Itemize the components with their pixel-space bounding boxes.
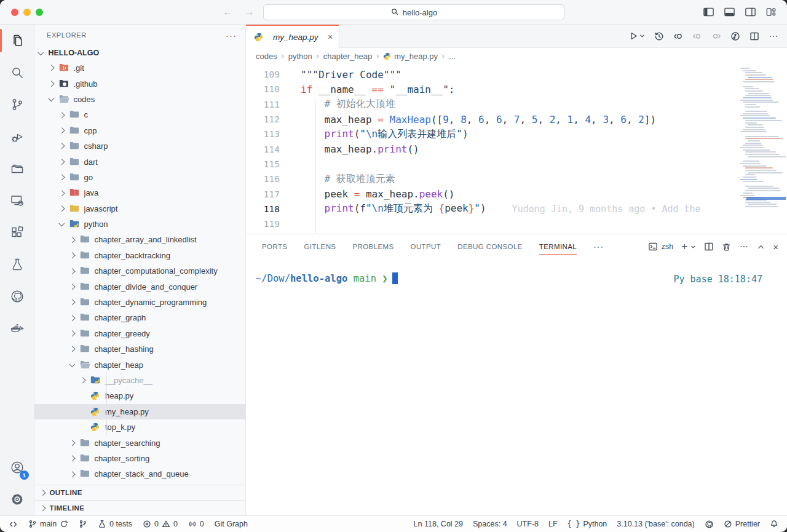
- activity-run-debug[interactable]: [0, 121, 34, 153]
- activity-explorer[interactable]: [0, 25, 34, 57]
- tree-item-chapter-sorting[interactable]: chapter_sorting: [34, 451, 245, 466]
- activity-accounts[interactable]: 1: [0, 451, 34, 483]
- tree-item-chapter-heap[interactable]: chapter_heap: [34, 357, 245, 372]
- gitlens-graph-button[interactable]: [730, 31, 740, 41]
- tree-item-chapter-stack-and-queue[interactable]: chapter_stack_and_queue: [34, 466, 245, 482]
- activity-docker[interactable]: [0, 312, 34, 344]
- split-terminal-button[interactable]: [704, 242, 714, 252]
- tree-item-chapter-hashing[interactable]: chapter_hashing: [34, 341, 245, 357]
- tree-item-java[interactable]: java: [34, 185, 245, 200]
- shell-label[interactable]: zsh: [662, 242, 673, 251]
- close-panel-button[interactable]: ×: [773, 242, 778, 252]
- status-feedback-status[interactable]: 0: [188, 520, 204, 528]
- panel-tab-problems[interactable]: PROBLEMS: [352, 234, 394, 259]
- tree-item-go[interactable]: go: [34, 170, 245, 185]
- breadcrumb-item-codes[interactable]: codes: [256, 52, 277, 61]
- tree-item-chapter-searching[interactable]: chapter_searching: [34, 435, 245, 450]
- status-language-mode[interactable]: { }Python: [568, 520, 607, 528]
- maximize-panel-button[interactable]: [757, 243, 765, 251]
- status-indentation[interactable]: Spaces: 4: [473, 520, 507, 528]
- toggle-secondary-sidebar-button[interactable]: [745, 6, 756, 18]
- new-terminal-button[interactable]: +: [681, 240, 687, 253]
- tree-item-chapter-backtracking[interactable]: chapter_backtracking: [34, 248, 245, 263]
- section-outline[interactable]: OUTLINE: [34, 485, 245, 500]
- tree-item-cpp[interactable]: cpp: [34, 123, 245, 138]
- status-git-graph-label[interactable]: Git Graph: [215, 520, 248, 528]
- tree-item-dart[interactable]: dart: [34, 154, 245, 169]
- status-cursor-position[interactable]: Ln 118, Col 29: [414, 520, 463, 528]
- code-line-116[interactable]: 116 # 获取堆顶元素: [246, 172, 733, 186]
- breadcrumb-item-my-heap-py[interactable]: my_heap.py: [383, 52, 438, 61]
- tree-item--git[interactable]: .git: [34, 60, 245, 76]
- status-tests-status[interactable]: 0 tests: [98, 520, 132, 528]
- terminal-shell-icon[interactable]: [648, 242, 658, 252]
- tree-item-chapter-array-and-linkedlist[interactable]: chapter_array_and_linkedlist: [34, 232, 245, 247]
- panel-tab-gitlens[interactable]: GITLENS: [304, 234, 336, 259]
- tree-item-chapter-computational-complexity[interactable]: chapter_computational_complexity: [34, 263, 245, 279]
- split-editor-button[interactable]: [749, 31, 759, 41]
- terminal-launch-dropdown[interactable]: [690, 244, 696, 250]
- open-changes-button[interactable]: [673, 31, 683, 41]
- panel-tab-output[interactable]: OUTPUT: [411, 234, 441, 259]
- activity-testing[interactable]: [0, 248, 34, 280]
- run-python-file-button[interactable]: [629, 31, 645, 41]
- previous-change-button[interactable]: [692, 31, 702, 41]
- status-remote-indicator[interactable]: [9, 520, 18, 529]
- panel-tab-debug-console[interactable]: DEBUG CONSOLE: [457, 234, 523, 259]
- tree-item-my-heap-py[interactable]: my_heap.py: [34, 404, 245, 419]
- panel-tab-terminal[interactable]: TERMINAL: [539, 234, 577, 259]
- status-git-graph-branch[interactable]: [79, 520, 87, 528]
- code-line-110[interactable]: 110if __name__ == "__main__":: [246, 82, 733, 97]
- status-eol[interactable]: LF: [548, 520, 558, 528]
- status-branch-status[interactable]: main: [28, 520, 68, 528]
- tree-item-chapter-graph[interactable]: chapter_graph: [34, 310, 245, 325]
- tab-my-heap-py[interactable]: my_heap.py ×: [246, 25, 339, 48]
- minimap[interactable]: [734, 64, 787, 234]
- code-line-114[interactable]: 114 max_heap.print(): [246, 141, 733, 156]
- tree-item-csharp[interactable]: csharp: [34, 138, 245, 154]
- explorer-more-actions-button[interactable]: ···: [226, 30, 237, 41]
- tree-item--pycache-[interactable]: __pycache__: [34, 373, 245, 388]
- code-line-113[interactable]: 113 print("\n输入列表并建堆后"): [246, 127, 733, 141]
- section-timeline[interactable]: TIMELINE: [34, 500, 245, 515]
- minimize-window-button[interactable]: [23, 9, 31, 16]
- panel-tabs-more-button[interactable]: ···: [593, 242, 604, 252]
- tree-item-top-k-py[interactable]: top_k.py: [34, 419, 245, 435]
- panel-tab-ports[interactable]: PORTS: [262, 234, 287, 259]
- tree-item-chapter-dynamic-programming[interactable]: chapter_dynamic_programming: [34, 295, 245, 310]
- activity-extensions[interactable]: [0, 216, 34, 248]
- file-history-button[interactable]: [654, 31, 664, 41]
- history-back-button[interactable]: ←: [223, 6, 233, 18]
- history-forward-button[interactable]: →: [244, 6, 255, 18]
- tree-item-python[interactable]: python: [34, 216, 245, 232]
- activity-remote-explorer[interactable]: [0, 185, 34, 216]
- code-line-111[interactable]: 111 # 初始化大顶堆: [246, 97, 733, 112]
- status-encoding[interactable]: UTF-8: [517, 520, 539, 528]
- activity-github[interactable]: [0, 280, 34, 312]
- kill-terminal-button[interactable]: [722, 242, 731, 252]
- close-window-button[interactable]: [11, 9, 18, 16]
- tree-item-chapter-divide-and-conquer[interactable]: chapter_divide_and_conquer: [34, 279, 245, 294]
- code-line-115[interactable]: 115: [246, 157, 733, 172]
- toggle-panel-button[interactable]: [724, 6, 735, 18]
- tree-item--github[interactable]: .github: [34, 76, 245, 91]
- status-python-interpreter[interactable]: 3.10.13 ('base': conda): [617, 520, 694, 528]
- tree-item-javascript[interactable]: javascript: [34, 201, 245, 216]
- status-prettier-status[interactable]: Prettier: [724, 520, 760, 528]
- activity-folders[interactable]: [0, 153, 34, 185]
- activity-search[interactable]: [0, 57, 34, 89]
- breadcrumb-item-python[interactable]: python: [288, 52, 312, 61]
- zoom-window-button[interactable]: [36, 9, 43, 16]
- command-center-search[interactable]: hello-algo: [263, 4, 564, 20]
- activity-source-control[interactable]: [0, 89, 34, 121]
- status-github-status[interactable]: [705, 520, 714, 529]
- panel-more-actions-button[interactable]: [739, 242, 749, 252]
- terminal[interactable]: ~/Dow/hello-algo main ❯ Py base 18:18:47: [246, 259, 787, 515]
- code-line-117[interactable]: 117 peek = max_heap.peek(): [246, 186, 733, 201]
- toggle-sidebar-button[interactable]: [703, 6, 714, 18]
- tree-item-codes[interactable]: codes: [34, 92, 245, 107]
- customize-layout-button[interactable]: [765, 6, 777, 18]
- code-line-109[interactable]: 109"""Driver Code""": [246, 67, 733, 82]
- tab-close-icon[interactable]: ×: [328, 32, 333, 42]
- code-editor[interactable]: 109"""Driver Code"""110if __name__ == "_…: [246, 64, 787, 234]
